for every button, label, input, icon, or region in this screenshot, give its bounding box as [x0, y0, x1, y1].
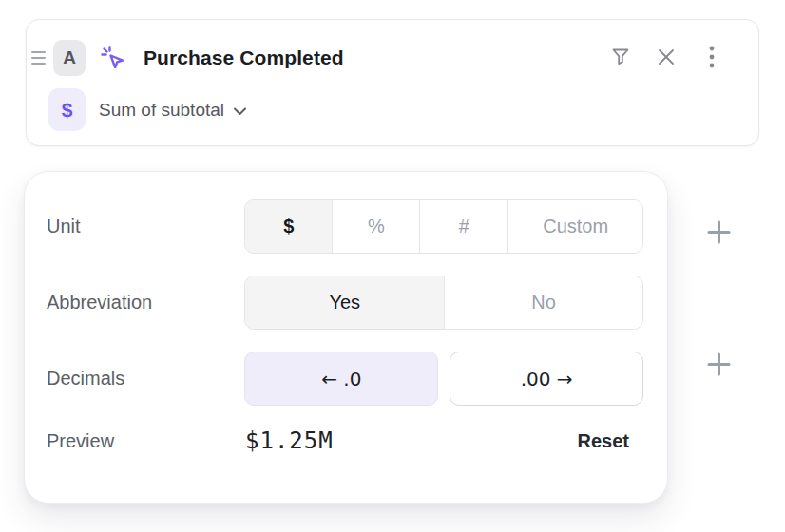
format-panel: Unit $ % # Custom Abbreviation Yes No De…: [24, 171, 668, 504]
abbreviation-segmented-control: Yes No: [244, 276, 643, 330]
plus-icon: [706, 352, 732, 380]
event-group-badge: A: [53, 40, 86, 76]
event-card: A Purchase Completed: [26, 19, 759, 146]
unit-option-custom[interactable]: Custom: [507, 200, 642, 253]
drag-handle-icon[interactable]: [31, 51, 46, 65]
chevron-down-icon: [233, 100, 247, 121]
abbreviation-option-yes[interactable]: Yes: [245, 276, 444, 329]
kebab-menu-icon: [701, 45, 722, 72]
preview-label: Preview: [47, 430, 245, 452]
dollar-symbol: $: [62, 99, 73, 122]
unit-row: Unit $ % # Custom: [47, 200, 643, 254]
stage: A Purchase Completed: [0, 0, 785, 532]
metric-dropdown[interactable]: Sum of subtotal: [99, 100, 247, 121]
unit-segmented-control: $ % # Custom: [244, 200, 643, 254]
abbreviation-option-no[interactable]: No: [444, 276, 642, 329]
add-item-button[interactable]: [705, 352, 732, 379]
currency-badge: $: [48, 88, 86, 131]
close-button[interactable]: [648, 40, 684, 76]
reset-button[interactable]: Reset: [578, 430, 629, 452]
event-metric-row: $ Sum of subtotal: [27, 76, 758, 131]
metric-dropdown-label: Sum of subtotal: [99, 100, 224, 121]
preview-value: $1.25M: [245, 428, 334, 454]
plus-icon: [706, 219, 732, 248]
preview-row: Preview $1.25M Reset: [47, 428, 643, 454]
decimals-decrease-button[interactable]: ← .0: [244, 352, 438, 406]
unit-label: Unit: [47, 216, 244, 238]
abbreviation-label: Abbreviation: [47, 292, 244, 314]
event-actions: [603, 40, 730, 76]
click-spark-icon: [98, 43, 128, 73]
event-card-header: A Purchase Completed: [27, 20, 758, 76]
decimals-label: Decimals: [47, 368, 244, 390]
unit-option-dollar[interactable]: $: [245, 200, 332, 253]
funnel-icon: [609, 46, 632, 71]
add-filter-button[interactable]: [705, 220, 732, 247]
decimals-row: Decimals ← .0 .00 →: [47, 352, 643, 406]
more-menu-button[interactable]: [694, 40, 730, 76]
decimals-controls: ← .0 .00 →: [244, 352, 643, 406]
decimals-increase-button[interactable]: .00 →: [450, 352, 643, 406]
unit-option-percent[interactable]: %: [332, 200, 419, 253]
event-title[interactable]: Purchase Completed: [144, 47, 344, 69]
close-icon: [656, 47, 677, 70]
filter-button[interactable]: [603, 40, 639, 76]
abbreviation-row: Abbreviation Yes No: [47, 276, 643, 330]
unit-option-number[interactable]: #: [419, 200, 507, 253]
